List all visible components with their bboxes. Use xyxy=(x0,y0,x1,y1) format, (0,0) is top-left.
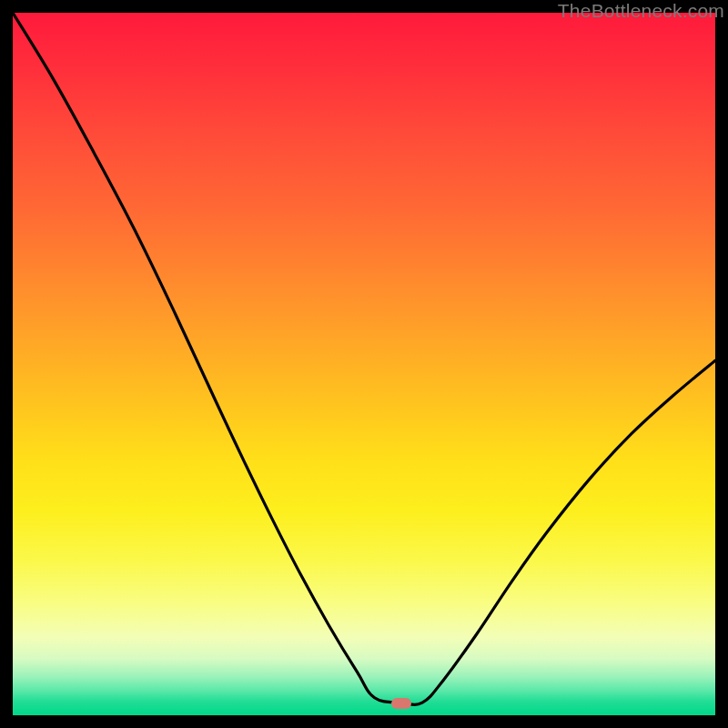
chart-stage: TheBottleneck.com xyxy=(0,0,728,728)
bottleneck-marker xyxy=(391,698,411,709)
watermark-text: TheBottleneck.com xyxy=(558,0,724,22)
curve-svg xyxy=(13,13,715,715)
bottleneck-curve xyxy=(13,13,715,704)
plot-area xyxy=(13,13,715,715)
